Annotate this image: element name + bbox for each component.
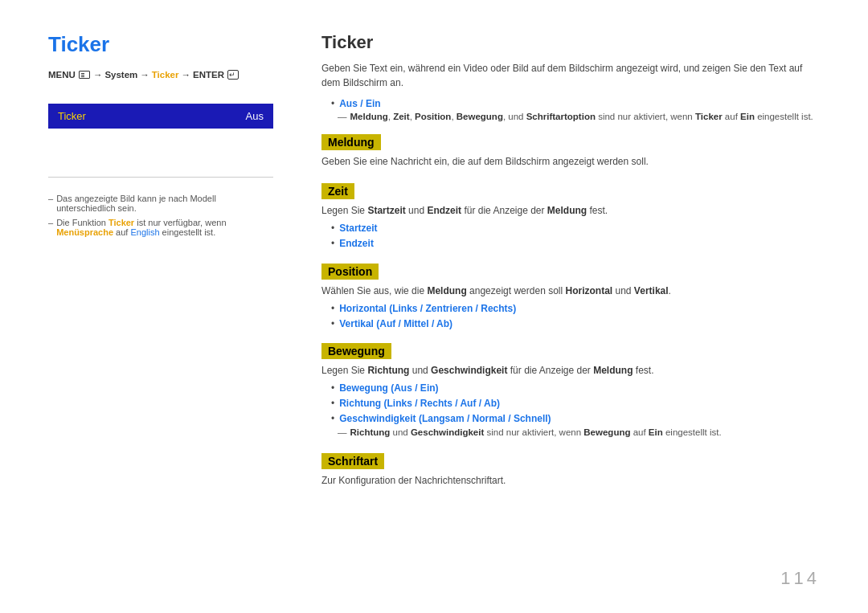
menu-path: MENU → System → Ticker → ENTER [48, 70, 273, 80]
menu-label: MENU [48, 70, 76, 80]
section-bewegung: Bewegung Legen Sie Richtung und Geschwin… [321, 343, 820, 442]
horizontal-bullet: Horizontal (Links / Zentrieren / Rechts) [331, 301, 820, 317]
ticker-label-menu: Ticker [152, 70, 179, 80]
footnote-1-text: Das angezeigte Bild kann je nach Modell … [56, 194, 273, 213]
right-column: Ticker Geben Sie Text ein, während ein V… [321, 32, 820, 581]
arrow2: → [140, 70, 149, 80]
zeit-text: Legen Sie Startzeit und Endzeit für die … [321, 203, 820, 218]
ticker-ui-label: Ticker [58, 110, 86, 122]
geschwindigkeit-text: Geschwindigkeit (Langsam / Normal / Schn… [339, 411, 551, 427]
schriftart-text: Zur Konfiguration der Nachrichtenschrift… [321, 473, 820, 488]
aus-ein-text: Aus / Ein [339, 96, 380, 112]
enter-icon [227, 70, 239, 80]
richtung-text: Richtung (Links / Rechts / Auf / Ab) [339, 396, 500, 411]
note-line-1: — Meldung, Zeit, Position, Bewegung, und… [338, 112, 820, 121]
left-title: Ticker [48, 32, 273, 57]
note-text-1: Meldung, Zeit, Position, Bewegung, und S… [350, 112, 813, 121]
system-label: System [104, 70, 137, 80]
startzeit-bullet: Startzeit [331, 221, 820, 236]
ticker-ui-value: Aus [246, 110, 264, 122]
richtung-bullet: Richtung (Links / Rechts / Auf / Ab) [331, 396, 820, 411]
menu-icon [79, 71, 90, 79]
section-zeit: Zeit Legen Sie Startzeit und Endzeit für… [321, 183, 820, 251]
footnote-2: – Die Funktion Ticker ist nur verfügbar,… [48, 218, 273, 237]
meldung-text: Geben Sie eine Nachricht ein, die auf de… [321, 154, 820, 169]
vertikal-bullet: Vertikal (Auf / Mittel / Ab) [331, 317, 820, 332]
footnotes-section: – Das angezeigte Bild kann je nach Model… [48, 177, 273, 242]
bewegung-aus-ein-bullet: Bewegung (Aus / Ein) [331, 381, 820, 396]
bewegung-text: Legen Sie Richtung und Geschwindigkeit f… [321, 363, 820, 378]
endzeit-text: Endzeit [339, 236, 374, 251]
arrow3: → [181, 70, 190, 80]
bewegung-aus-ein-text: Bewegung (Aus / Ein) [339, 381, 438, 396]
footnote-2-text: Die Funktion Ticker ist nur verfügbar, w… [56, 218, 273, 237]
bewegung-note: — Richtung und Geschwindigkeit sind nur … [338, 427, 820, 437]
geschwindigkeit-bullet: Geschwindigkeit (Langsam / Normal / Schn… [331, 411, 820, 427]
startzeit-text: Startzeit [339, 221, 377, 236]
aus-ein-bullet: Aus / Ein [331, 96, 820, 112]
dash-2: – [48, 218, 53, 237]
intro-text: Geben Sie Text ein, während ein Video od… [321, 61, 820, 90]
heading-schriftart: Schriftart [321, 453, 384, 469]
heading-bewegung: Bewegung [321, 343, 391, 359]
right-title: Ticker [321, 32, 820, 53]
endzeit-bullet: Endzeit [331, 236, 820, 251]
arrow1: → [93, 70, 103, 80]
ticker-ui-row: Ticker Aus [48, 104, 273, 129]
ui-mockup: Ticker Aus [48, 104, 273, 129]
page-number: 114 [780, 568, 820, 589]
section-schriftart: Schriftart Zur Konfiguration der Nachric… [321, 453, 820, 491]
bewegung-note-text: Richtung und Geschwindigkeit sind nur ak… [350, 427, 722, 437]
position-text: Wählen Sie aus, wie die Meldung angezeig… [321, 284, 820, 298]
vertikal-text: Vertikal (Auf / Mittel / Ab) [339, 317, 452, 332]
dash-1: – [48, 194, 53, 213]
heading-position: Position [321, 264, 379, 280]
left-column: Ticker MENU → System → Ticker → ENTER Ti… [48, 32, 273, 581]
heading-meldung: Meldung [321, 134, 381, 150]
enter-label: ENTER [193, 70, 224, 80]
footnote-1: – Das angezeigte Bild kann je nach Model… [48, 194, 273, 213]
horizontal-text: Horizontal (Links / Zentrieren / Rechts) [339, 301, 516, 317]
section-position: Position Wählen Sie aus, wie die Meldung… [321, 264, 820, 332]
section-meldung: Meldung Geben Sie eine Nachricht ein, di… [321, 134, 820, 172]
heading-zeit: Zeit [321, 183, 354, 199]
